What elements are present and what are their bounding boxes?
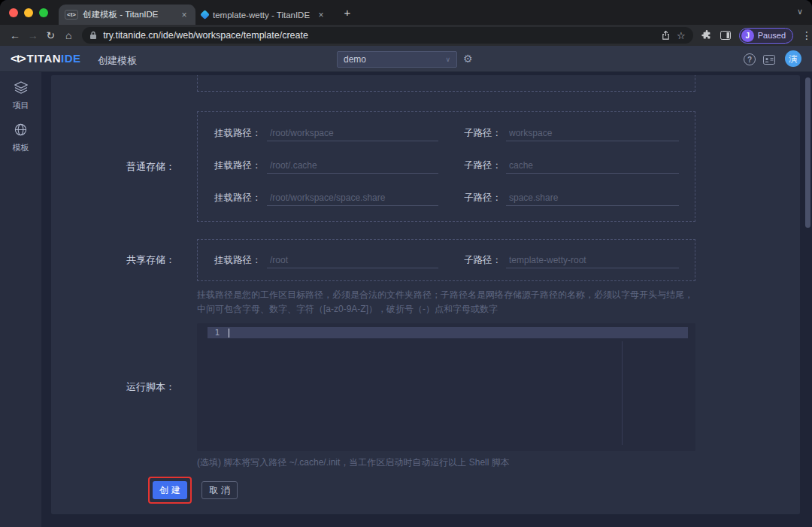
mount-path-label: 挂载路径： — [214, 127, 267, 140]
workspace-select[interactable]: demo ∨ — [337, 51, 457, 68]
mount-path-label: 挂载路径： — [214, 159, 267, 172]
script-code-editor[interactable]: 1 — [197, 323, 695, 451]
main-content: 普通存储： 挂载路径： 子路径： 挂载路径： 子路径： 挂载路径： — [41, 72, 812, 527]
home-button[interactable]: ⌂ — [59, 29, 77, 41]
new-tab-button[interactable]: + — [340, 6, 355, 19]
create-template-form-panel: 普通存储： 挂载路径： 子路径： 挂载路径： 子路径： 挂载路径： — [51, 75, 800, 514]
workspace-select-value: demo — [344, 54, 445, 65]
sub-path-input[interactable] — [506, 125, 679, 141]
url-text: try.titanide.cn/ide/web/workspace/templa… — [103, 30, 655, 41]
editor-divider — [622, 341, 623, 445]
browser-tab-strip: <t> 创建模板 - TitanIDE × template-wetty - T… — [0, 0, 812, 25]
storage-row: 挂载路径： 子路径： — [214, 123, 683, 144]
create-button[interactable]: 创 建 — [153, 481, 187, 499]
help-icon[interactable]: ? — [744, 53, 756, 65]
sub-path-label: 子路径： — [464, 127, 506, 140]
mount-path-input[interactable] — [267, 157, 438, 174]
globe-icon — [14, 123, 27, 139]
share-icon[interactable] — [661, 30, 671, 41]
sidebar-item-label: 模板 — [13, 142, 29, 153]
tab-title: 创建模板 - TitanIDE — [83, 9, 174, 20]
shared-storage-label: 共享存储： — [51, 253, 175, 267]
side-panel-icon[interactable] — [720, 31, 731, 40]
logo-text-ide: IDE — [61, 52, 81, 65]
contact-card-icon[interactable] — [763, 54, 775, 68]
profile-avatar: J — [741, 29, 754, 42]
zoom-window-button[interactable] — [39, 8, 48, 17]
app-sidebar: 项目 模板 — [0, 72, 41, 527]
sub-path-label: 子路径： — [464, 254, 506, 267]
tab-template-wetty[interactable]: template-wetty - TitanIDE × — [195, 5, 332, 25]
forward-button[interactable]: → — [24, 29, 42, 41]
sub-path-input[interactable] — [506, 157, 679, 174]
line-number: 1 — [208, 328, 220, 338]
sidebar-item-label: 项目 — [13, 100, 29, 111]
titanide-favicon: <t> — [65, 10, 78, 20]
browser-toolbar: ← → ↻ ⌂ try.titanide.cn/ide/web/workspac… — [0, 25, 812, 46]
mount-path-label: 挂载路径： — [214, 254, 267, 267]
page-title: 创建模板 — [98, 54, 137, 68]
profile-status: Paused — [758, 31, 786, 40]
shared-storage-group: 挂载路径： 子路径： — [197, 239, 695, 281]
lock-icon[interactable] — [89, 31, 97, 40]
sidebar-item-templates[interactable]: 模板 — [13, 123, 29, 153]
run-script-label: 运行脚本： — [51, 380, 175, 394]
mount-path-input[interactable] — [267, 252, 438, 268]
browser-window: <t> 创建模板 - TitanIDE × template-wetty - T… — [0, 0, 812, 527]
close-window-button[interactable] — [9, 8, 18, 17]
logo-text-titan: TITAN — [27, 52, 62, 65]
close-tab-icon[interactable]: × — [316, 10, 326, 20]
tab-search-chevron-icon[interactable]: ∨ — [797, 7, 803, 17]
vertical-scrollbar[interactable] — [805, 77, 810, 228]
path-rules-hint: 挂载路径是您的工作区目标路径，必须是合法的文件夹路径；子路径名是网络存储源子路径… — [197, 288, 698, 317]
mount-path-input[interactable] — [267, 189, 438, 206]
bookmark-star-icon[interactable]: ☆ — [677, 30, 686, 41]
sub-path-input[interactable] — [506, 189, 679, 206]
sub-path-input[interactable] — [506, 252, 679, 268]
user-avatar[interactable]: 演 — [785, 50, 801, 67]
mount-path-input[interactable] — [267, 125, 438, 141]
normal-storage-label: 普通存储： — [51, 160, 175, 174]
back-button[interactable]: ← — [6, 29, 24, 41]
address-bar[interactable]: try.titanide.cn/ide/web/workspace/templa… — [82, 27, 693, 44]
minimize-window-button[interactable] — [24, 8, 33, 17]
chevron-down-icon: ∨ — [445, 56, 450, 63]
logo-mark: <t> — [11, 52, 26, 65]
sidebar-item-projects[interactable]: 项目 — [13, 81, 29, 111]
storage-row: 挂载路径： 子路径： — [214, 250, 683, 271]
script-hint: (选填) 脚本将写入路径 ~/.cache/.init，当工作区启动时自动运行以… — [197, 456, 510, 469]
titanide-logo[interactable]: <t> TITAN IDE — [11, 52, 81, 65]
editor-current-line: 1 — [208, 327, 688, 338]
previous-section-dashed-box — [197, 75, 695, 92]
settings-gear-icon[interactable]: ⚙ — [463, 53, 473, 65]
tab-create-template[interactable]: <t> 创建模板 - TitanIDE × — [59, 5, 195, 25]
close-tab-icon[interactable]: × — [179, 10, 189, 20]
sub-path-label: 子路径： — [464, 192, 506, 204]
browser-profile-button[interactable]: J Paused — [739, 28, 793, 44]
storage-row: 挂载路径： 子路径： — [214, 187, 683, 208]
sub-path-label: 子路径： — [464, 159, 506, 172]
layers-icon — [14, 81, 28, 97]
text-cursor — [229, 329, 229, 338]
tab-title: template-wetty - TitanIDE — [213, 11, 311, 20]
normal-storage-group: 挂载路径： 子路径： 挂载路径： 子路径： 挂载路径： 子路径： — [197, 111, 695, 222]
reload-button[interactable]: ↻ — [42, 29, 60, 41]
extensions-puzzle-icon[interactable] — [701, 30, 712, 41]
mount-path-label: 挂载路径： — [214, 192, 267, 204]
storage-row: 挂载路径： 子路径： — [214, 155, 683, 176]
cancel-button[interactable]: 取 消 — [201, 481, 238, 499]
wetty-favicon — [200, 10, 210, 20]
browser-menu-icon[interactable]: ⋮ — [801, 29, 812, 41]
window-controls — [0, 8, 59, 17]
app-header: <t> TITAN IDE 创建模板 demo ∨ ⚙ ? 演 — [0, 46, 812, 72]
